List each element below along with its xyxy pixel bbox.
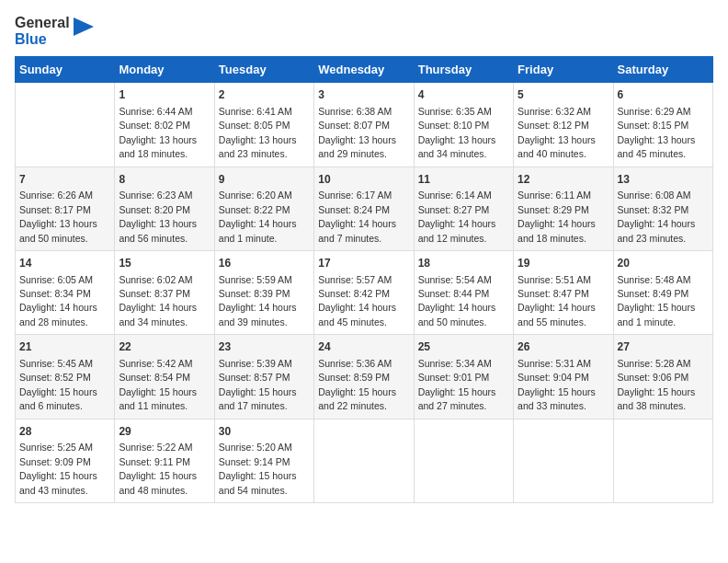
calendar-cell: 9Sunrise: 6:20 AM Sunset: 8:22 PM Daylig… (214, 167, 313, 250)
header-wednesday: Wednesday (314, 57, 414, 83)
day-info: Sunrise: 5:57 AM Sunset: 8:42 PM Dayligh… (318, 274, 396, 327)
calendar-cell: 14Sunrise: 6:05 AM Sunset: 8:34 PM Dayli… (16, 250, 115, 334)
calendar-cell (314, 419, 414, 502)
day-number: 12 (518, 172, 609, 188)
day-number: 28 (19, 424, 110, 440)
calendar-cell: 4Sunrise: 6:35 AM Sunset: 8:10 PM Daylig… (414, 83, 513, 167)
calendar-cell: 20Sunrise: 5:48 AM Sunset: 8:49 PM Dayli… (613, 250, 712, 334)
calendar-cell: 6Sunrise: 6:29 AM Sunset: 8:15 PM Daylig… (613, 83, 712, 167)
calendar-cell: 24Sunrise: 5:36 AM Sunset: 8:59 PM Dayli… (314, 335, 414, 419)
day-info: Sunrise: 5:51 AM Sunset: 8:47 PM Dayligh… (518, 274, 596, 327)
calendar-cell: 10Sunrise: 6:17 AM Sunset: 8:24 PM Dayli… (314, 167, 414, 250)
calendar-cell: 16Sunrise: 5:59 AM Sunset: 8:39 PM Dayli… (214, 250, 313, 334)
page-header: GeneralBlue (15, 15, 713, 47)
day-number: 27 (618, 339, 709, 355)
header-monday: Monday (115, 57, 214, 83)
calendar-cell: 1Sunrise: 6:44 AM Sunset: 8:02 PM Daylig… (115, 83, 214, 167)
day-info: Sunrise: 5:31 AM Sunset: 9:04 PM Dayligh… (518, 358, 596, 411)
calendar-header-row: SundayMondayTuesdayWednesdayThursdayFrid… (16, 57, 713, 83)
day-number: 17 (318, 256, 409, 271)
calendar-cell: 18Sunrise: 5:54 AM Sunset: 8:44 PM Dayli… (414, 250, 513, 334)
logo-arrow-icon (74, 17, 94, 45)
day-info: Sunrise: 6:35 AM Sunset: 8:10 PM Dayligh… (418, 106, 496, 159)
calendar-week-row: 14Sunrise: 6:05 AM Sunset: 8:34 PM Dayli… (16, 250, 713, 334)
day-info: Sunrise: 5:42 AM Sunset: 8:54 PM Dayligh… (119, 358, 197, 411)
calendar-cell: 2Sunrise: 6:41 AM Sunset: 8:05 PM Daylig… (214, 83, 313, 167)
svg-marker-0 (74, 17, 94, 36)
calendar-cell: 28Sunrise: 5:25 AM Sunset: 9:09 PM Dayli… (16, 419, 115, 502)
calendar-cell: 21Sunrise: 5:45 AM Sunset: 8:52 PM Dayli… (16, 335, 115, 419)
day-number: 2 (219, 87, 310, 103)
day-number: 14 (19, 256, 110, 271)
day-info: Sunrise: 5:34 AM Sunset: 9:01 PM Dayligh… (418, 358, 496, 411)
day-number: 25 (418, 339, 509, 355)
day-info: Sunrise: 5:39 AM Sunset: 8:57 PM Dayligh… (219, 358, 297, 411)
calendar-cell: 29Sunrise: 5:22 AM Sunset: 9:11 PM Dayli… (115, 419, 214, 502)
day-info: Sunrise: 5:25 AM Sunset: 9:09 PM Dayligh… (19, 442, 97, 495)
day-info: Sunrise: 6:38 AM Sunset: 8:07 PM Dayligh… (318, 106, 396, 159)
day-info: Sunrise: 5:28 AM Sunset: 9:06 PM Dayligh… (618, 358, 696, 411)
logo-general-text: General (15, 15, 70, 31)
day-info: Sunrise: 6:02 AM Sunset: 8:37 PM Dayligh… (119, 274, 197, 327)
day-number: 24 (318, 339, 409, 355)
calendar-cell: 17Sunrise: 5:57 AM Sunset: 8:42 PM Dayli… (314, 250, 414, 334)
day-info: Sunrise: 5:59 AM Sunset: 8:39 PM Dayligh… (219, 274, 297, 327)
day-number: 1 (119, 87, 210, 103)
calendar-cell: 11Sunrise: 6:14 AM Sunset: 8:27 PM Dayli… (414, 167, 513, 250)
day-info: Sunrise: 6:23 AM Sunset: 8:20 PM Dayligh… (119, 190, 197, 243)
calendar-cell: 5Sunrise: 6:32 AM Sunset: 8:12 PM Daylig… (514, 83, 613, 167)
calendar-cell (16, 83, 115, 167)
day-info: Sunrise: 6:05 AM Sunset: 8:34 PM Dayligh… (19, 274, 97, 327)
day-number: 10 (318, 172, 409, 188)
calendar-cell: 22Sunrise: 5:42 AM Sunset: 8:54 PM Dayli… (115, 335, 214, 419)
day-number: 15 (119, 256, 210, 271)
day-info: Sunrise: 5:20 AM Sunset: 9:14 PM Dayligh… (219, 442, 297, 495)
day-number: 9 (219, 172, 310, 188)
calendar-cell: 15Sunrise: 6:02 AM Sunset: 8:37 PM Dayli… (115, 250, 214, 334)
day-info: Sunrise: 6:17 AM Sunset: 8:24 PM Dayligh… (318, 190, 396, 243)
day-number: 6 (618, 87, 709, 103)
day-number: 18 (418, 256, 509, 271)
calendar-cell: 30Sunrise: 5:20 AM Sunset: 9:14 PM Dayli… (214, 419, 313, 502)
day-number: 8 (119, 172, 210, 188)
calendar-cell: 26Sunrise: 5:31 AM Sunset: 9:04 PM Dayli… (514, 335, 613, 419)
day-number: 11 (418, 172, 509, 188)
day-info: Sunrise: 5:54 AM Sunset: 8:44 PM Dayligh… (418, 274, 496, 327)
header-thursday: Thursday (414, 57, 513, 83)
day-info: Sunrise: 6:14 AM Sunset: 8:27 PM Dayligh… (418, 190, 496, 243)
day-info: Sunrise: 6:32 AM Sunset: 8:12 PM Dayligh… (518, 106, 596, 159)
calendar-cell: 25Sunrise: 5:34 AM Sunset: 9:01 PM Dayli… (414, 335, 513, 419)
calendar-cell: 19Sunrise: 5:51 AM Sunset: 8:47 PM Dayli… (514, 250, 613, 334)
day-number: 3 (318, 87, 409, 103)
day-info: Sunrise: 6:44 AM Sunset: 8:02 PM Dayligh… (119, 106, 197, 159)
day-info: Sunrise: 5:36 AM Sunset: 8:59 PM Dayligh… (318, 358, 396, 411)
day-info: Sunrise: 5:45 AM Sunset: 8:52 PM Dayligh… (19, 358, 97, 411)
day-info: Sunrise: 6:41 AM Sunset: 8:05 PM Dayligh… (219, 106, 297, 159)
calendar-week-row: 7Sunrise: 6:26 AM Sunset: 8:17 PM Daylig… (16, 167, 713, 250)
calendar-week-row: 1Sunrise: 6:44 AM Sunset: 8:02 PM Daylig… (16, 83, 713, 167)
header-saturday: Saturday (613, 57, 712, 83)
day-number: 5 (518, 87, 609, 103)
day-number: 22 (119, 339, 210, 355)
calendar-cell (414, 419, 513, 502)
day-info: Sunrise: 6:20 AM Sunset: 8:22 PM Dayligh… (219, 190, 297, 243)
day-info: Sunrise: 5:22 AM Sunset: 9:11 PM Dayligh… (119, 442, 197, 495)
header-tuesday: Tuesday (214, 57, 313, 83)
calendar-cell: 7Sunrise: 6:26 AM Sunset: 8:17 PM Daylig… (16, 167, 115, 250)
calendar-cell: 8Sunrise: 6:23 AM Sunset: 8:20 PM Daylig… (115, 167, 214, 250)
day-number: 21 (19, 339, 110, 355)
calendar-cell: 23Sunrise: 5:39 AM Sunset: 8:57 PM Dayli… (214, 335, 313, 419)
logo: GeneralBlue (15, 15, 94, 47)
day-number: 30 (219, 424, 310, 440)
day-number: 20 (618, 256, 709, 271)
day-number: 19 (518, 256, 609, 271)
calendar-cell (514, 419, 613, 502)
day-number: 23 (219, 339, 310, 355)
day-number: 7 (19, 172, 110, 188)
day-number: 26 (518, 339, 609, 355)
day-info: Sunrise: 6:26 AM Sunset: 8:17 PM Dayligh… (19, 190, 97, 243)
day-info: Sunrise: 6:11 AM Sunset: 8:29 PM Dayligh… (518, 190, 596, 243)
calendar-cell (613, 419, 712, 502)
day-number: 4 (418, 87, 509, 103)
calendar-cell: 3Sunrise: 6:38 AM Sunset: 8:07 PM Daylig… (314, 83, 414, 167)
